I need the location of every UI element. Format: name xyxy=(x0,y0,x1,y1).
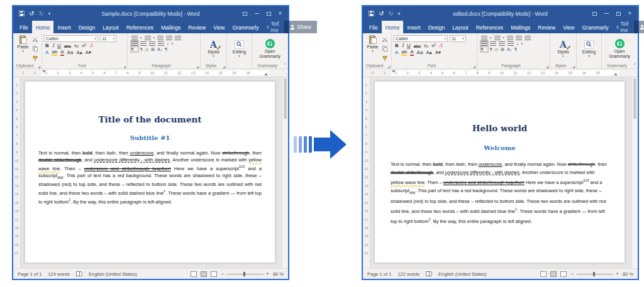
show-paragraph-marks-icon[interactable]: ¶ xyxy=(165,47,167,51)
text-effects-button[interactable]: A xyxy=(395,50,398,55)
zoom-slider[interactable] xyxy=(577,274,613,274)
tab-insert[interactable]: Insert xyxy=(403,21,424,33)
tab-file[interactable]: File xyxy=(365,21,382,33)
tab-review[interactable]: Review xyxy=(184,21,209,33)
tab-review[interactable]: Review xyxy=(534,21,559,33)
rtl-direction-icon[interactable]: ¶ xyxy=(490,47,492,51)
zoom-slider-thumb[interactable] xyxy=(243,272,245,276)
paragraph-dialog-launcher[interactable]: ◢ xyxy=(546,65,548,68)
grow-font-button[interactable]: A▴ xyxy=(76,50,82,55)
strikethrough-button[interactable]: abc xyxy=(64,44,71,48)
ribbon-display-options-icon[interactable] xyxy=(243,12,247,16)
undo-icon[interactable]: ↺ xyxy=(29,10,34,17)
minimize-button[interactable] xyxy=(604,13,609,14)
tab-design[interactable]: Design xyxy=(75,21,99,33)
scrollbar-thumb[interactable] xyxy=(284,79,287,119)
shrink-font-button[interactable]: A▾ xyxy=(86,50,91,55)
borders-icon[interactable]: ⊞ xyxy=(501,47,504,51)
close-button[interactable]: × xyxy=(628,11,631,16)
qat-customize-icon[interactable]: ▾ xyxy=(398,11,401,16)
styles-button[interactable]: A xyxy=(210,40,217,49)
italic-button[interactable]: I xyxy=(52,43,54,48)
word-count[interactable]: 124 words xyxy=(48,271,70,277)
indent-marker-right[interactable] xyxy=(264,73,268,75)
indent-marker-left[interactable] xyxy=(392,70,396,73)
strikethrough-button[interactable]: abc xyxy=(414,44,421,48)
numbering-icon[interactable] xyxy=(145,36,151,40)
rtl-direction-icon[interactable]: ¶ xyxy=(140,47,143,51)
close-button[interactable]: × xyxy=(279,11,282,16)
font-color-button[interactable]: A xyxy=(60,50,64,56)
ltr-direction-icon[interactable]: ¶ xyxy=(131,47,138,51)
vertical-scrollbar[interactable] xyxy=(282,77,288,268)
paste-button[interactable]: Paste ▾ xyxy=(365,35,380,62)
zoom-in-button[interactable]: + xyxy=(616,271,619,277)
format-painter-icon[interactable] xyxy=(382,55,388,61)
save-icon[interactable] xyxy=(369,11,374,16)
font-dialog-launcher[interactable]: ◢ xyxy=(473,65,475,68)
font-color-button[interactable]: A xyxy=(410,50,413,56)
zoom-level[interactable]: 80 % xyxy=(273,271,284,277)
open-grammarly-label[interactable]: Open Grammarly xyxy=(604,49,635,59)
tab-layout[interactable]: Layout xyxy=(99,21,123,33)
tab-mailings[interactable]: Mailings xyxy=(507,21,534,33)
clipboard-dialog-launcher[interactable]: ◢ xyxy=(38,65,40,68)
align-right-icon[interactable] xyxy=(149,41,155,46)
tab-references[interactable]: References xyxy=(123,21,157,33)
align-right-icon[interactable] xyxy=(499,41,505,46)
change-case-button[interactable]: Aa xyxy=(417,50,423,55)
ltr-direction-icon[interactable]: ¶ xyxy=(481,47,487,51)
maximize-button[interactable] xyxy=(267,12,271,16)
multilevel-list-icon[interactable] xyxy=(507,36,513,40)
styles-dialog-launcher[interactable]: ◢ xyxy=(572,65,575,68)
tell-me-button[interactable]: Tell me xyxy=(613,21,635,33)
show-paragraph-marks-icon[interactable]: ¶ xyxy=(514,47,517,51)
decrease-indent-icon[interactable] xyxy=(166,36,172,40)
sort-icon[interactable]: A↓ xyxy=(157,47,162,51)
shading-icon[interactable]: ◇ xyxy=(495,47,498,51)
bold-button[interactable]: B xyxy=(395,43,399,48)
format-painter-icon[interactable] xyxy=(32,55,38,61)
read-mode-icon[interactable] xyxy=(540,271,547,277)
scrollbar-thumb[interactable] xyxy=(633,79,636,119)
undo-icon[interactable]: ↺ xyxy=(379,10,384,17)
tab-grammarly[interactable]: Grammarly xyxy=(578,21,612,33)
redo-icon[interactable]: ↻ xyxy=(38,10,43,17)
minimize-button[interactable] xyxy=(255,13,259,14)
collapse-ribbon-icon[interactable]: ^ xyxy=(634,62,636,67)
tab-layout[interactable]: Layout xyxy=(448,21,472,33)
sort-icon[interactable]: A↓ xyxy=(507,47,512,51)
tab-home[interactable]: Home xyxy=(32,21,54,33)
tab-mailings[interactable]: Mailings xyxy=(157,21,184,33)
maximize-button[interactable] xyxy=(616,12,621,16)
tab-view[interactable]: View xyxy=(559,21,578,33)
proofing-icon[interactable] xyxy=(76,271,82,276)
increase-indent-icon[interactable] xyxy=(525,36,531,40)
grammarly-icon[interactable]: G xyxy=(265,39,275,48)
numbering-icon[interactable] xyxy=(494,36,501,40)
web-layout-icon[interactable] xyxy=(211,271,217,277)
tab-file[interactable]: File xyxy=(16,21,32,33)
indent-marker-right[interactable] xyxy=(614,73,618,75)
clipboard-dialog-launcher[interactable]: ◢ xyxy=(387,65,390,68)
tab-design[interactable]: Design xyxy=(425,21,448,33)
line-spacing-icon[interactable]: ↕ xyxy=(516,41,519,46)
highlight-color-button[interactable]: ab xyxy=(401,50,407,56)
save-icon[interactable] xyxy=(19,11,25,16)
text-effects-button[interactable]: A xyxy=(45,50,48,55)
highlight-color-button[interactable]: ab xyxy=(52,50,57,56)
paragraph-dialog-launcher[interactable]: ◢ xyxy=(196,65,199,68)
clear-formatting-button[interactable]: A xyxy=(439,43,443,48)
align-left-icon[interactable] xyxy=(131,41,138,46)
multilevel-list-icon[interactable] xyxy=(157,36,164,40)
copy-icon[interactable] xyxy=(382,46,388,51)
align-center-icon[interactable] xyxy=(140,41,147,46)
qat-customize-icon[interactable]: ▾ xyxy=(48,11,51,16)
web-layout-icon[interactable] xyxy=(560,271,567,277)
superscript-button[interactable]: x² xyxy=(431,43,436,48)
redo-icon[interactable]: ↻ xyxy=(388,10,393,17)
line-spacing-icon[interactable]: ↕ xyxy=(167,41,169,46)
print-layout-icon[interactable] xyxy=(201,271,207,277)
copy-icon[interactable] xyxy=(32,46,38,51)
font-name-select[interactable]: Calibri▾ xyxy=(394,35,448,42)
